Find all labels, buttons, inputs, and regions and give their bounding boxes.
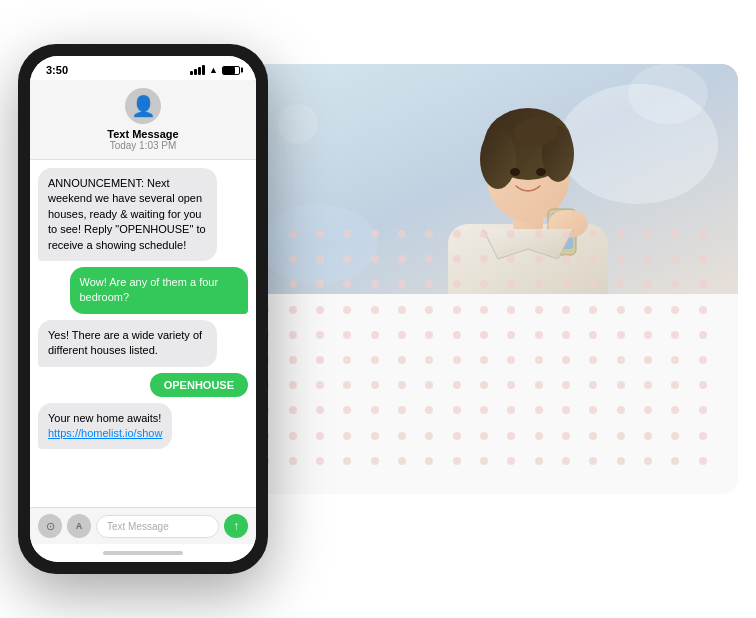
svg-point-11	[510, 168, 520, 176]
dot	[289, 280, 297, 288]
dot	[644, 255, 652, 263]
dot	[699, 381, 707, 389]
dot	[425, 280, 433, 288]
dot	[535, 255, 543, 263]
avatar-icon: 👤	[131, 94, 156, 118]
dot	[316, 255, 324, 263]
dot	[535, 406, 543, 414]
send-button[interactable]: ↑	[224, 514, 248, 538]
dot	[289, 381, 297, 389]
dot	[371, 356, 379, 364]
dot	[589, 280, 597, 288]
dot	[562, 280, 570, 288]
dot	[480, 406, 488, 414]
message-4-keyword: OPENHOUSE	[150, 373, 248, 397]
dot	[589, 356, 597, 364]
dot	[398, 432, 406, 440]
camera-icon[interactable]: ⊙	[38, 514, 62, 538]
dot	[398, 280, 406, 288]
dot	[425, 356, 433, 364]
dot	[343, 457, 351, 465]
dot	[671, 280, 679, 288]
dot	[398, 255, 406, 263]
dot	[535, 306, 543, 314]
dot	[699, 356, 707, 364]
dot	[316, 406, 324, 414]
dot	[425, 457, 433, 465]
dot	[535, 331, 543, 339]
dot	[480, 381, 488, 389]
dot	[343, 381, 351, 389]
dot	[371, 255, 379, 263]
dot	[507, 432, 515, 440]
dot	[289, 255, 297, 263]
message-input-bar: ⊙ A Text Message ↑	[30, 507, 256, 544]
wifi-icon: ▲	[209, 65, 218, 75]
dot	[644, 432, 652, 440]
dot	[453, 406, 461, 414]
dot	[425, 406, 433, 414]
dot	[343, 230, 351, 238]
battery-icon	[222, 66, 240, 75]
send-icon: ↑	[233, 519, 239, 533]
dot	[699, 432, 707, 440]
home-bar	[30, 544, 256, 562]
dot	[507, 457, 515, 465]
dot	[507, 381, 515, 389]
dot	[289, 306, 297, 314]
dot	[589, 406, 597, 414]
input-placeholder: Text Message	[107, 521, 169, 532]
dot	[480, 255, 488, 263]
dot	[371, 331, 379, 339]
dot	[644, 356, 652, 364]
dot	[589, 432, 597, 440]
dot	[644, 381, 652, 389]
dot	[453, 432, 461, 440]
dot	[562, 306, 570, 314]
dot	[343, 356, 351, 364]
svg-point-8	[480, 129, 516, 189]
dot	[398, 356, 406, 364]
message-3: Yes! There are a wide variety of differe…	[38, 320, 217, 367]
status-bar: 3:50 ▲	[30, 56, 256, 80]
dot	[453, 331, 461, 339]
dot	[316, 457, 324, 465]
dot	[644, 331, 652, 339]
dot	[425, 306, 433, 314]
background-card: // Generate dots via JS after load	[218, 64, 738, 494]
dot	[671, 356, 679, 364]
dot	[316, 331, 324, 339]
dot	[343, 255, 351, 263]
dot	[617, 432, 625, 440]
dot	[453, 306, 461, 314]
dot	[617, 255, 625, 263]
dot	[671, 406, 679, 414]
dot	[371, 406, 379, 414]
message-5-link: https://homelist.io/show	[48, 427, 162, 439]
dot	[289, 457, 297, 465]
dot	[562, 457, 570, 465]
dot	[535, 280, 543, 288]
dot	[371, 381, 379, 389]
dot	[699, 406, 707, 414]
dot	[617, 457, 625, 465]
status-time: 3:50	[46, 64, 68, 76]
text-input[interactable]: Text Message	[96, 515, 219, 538]
dot	[507, 280, 515, 288]
dot	[671, 331, 679, 339]
dot	[535, 230, 543, 238]
dot	[316, 230, 324, 238]
dot	[617, 406, 625, 414]
dot	[316, 280, 324, 288]
dot	[398, 306, 406, 314]
dot	[316, 306, 324, 314]
dot	[453, 255, 461, 263]
dot	[398, 406, 406, 414]
dot	[480, 331, 488, 339]
svg-point-17	[278, 104, 318, 144]
status-icons: ▲	[190, 65, 240, 75]
dot	[589, 230, 597, 238]
dot	[343, 280, 351, 288]
dot	[617, 280, 625, 288]
appstore-icon[interactable]: A	[67, 514, 91, 538]
